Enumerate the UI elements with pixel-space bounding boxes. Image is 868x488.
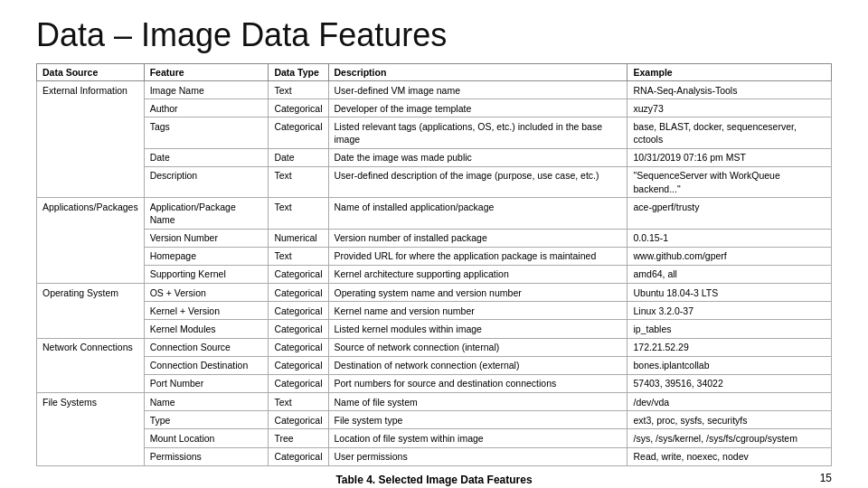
cell-datatype: Categorical	[269, 447, 328, 465]
cell-feature: Image Name	[144, 81, 269, 99]
cell-feature: Port Number	[144, 374, 269, 392]
cell-feature: Connection Source	[144, 338, 269, 356]
cell-feature: Date	[144, 148, 269, 166]
cell-datasource: Operating System	[37, 284, 145, 339]
cell-feature: Application/Package Name	[144, 198, 269, 229]
cell-datatype: Categorical	[269, 320, 328, 338]
cell-feature: Description	[144, 166, 269, 197]
cell-feature: Connection Destination	[144, 356, 269, 374]
cell-description: Location of file system within image	[328, 429, 627, 447]
table-row: Port NumberCategoricalPort numbers for s…	[37, 374, 832, 392]
cell-example: xuzy73	[627, 99, 832, 117]
table-row: Operating SystemOS + VersionCategoricalO…	[37, 284, 832, 302]
cell-datatype: Categorical	[269, 117, 328, 148]
data-table: Data Source Feature Data Type Descriptio…	[36, 63, 832, 466]
cell-description: Version number of installed package	[328, 229, 627, 247]
cell-datatype: Categorical	[269, 338, 328, 356]
cell-description: Destination of network connection (exter…	[328, 356, 627, 374]
cell-datasource: Applications/Packages	[37, 198, 145, 284]
col-header-datasource: Data Source	[37, 64, 145, 81]
cell-description: User-defined description of the image (p…	[328, 166, 627, 197]
cell-example: www.github.com/gperf	[627, 247, 832, 265]
cell-feature: Permissions	[144, 447, 269, 465]
table-header-row: Data Source Feature Data Type Descriptio…	[37, 64, 832, 81]
table-row: Supporting KernelCategoricalKernel archi…	[37, 265, 832, 283]
table-row: Kernel + VersionCategoricalKernel name a…	[37, 302, 832, 320]
cell-example: amd64, all	[627, 265, 832, 283]
cell-feature: Supporting Kernel	[144, 265, 269, 283]
page-title: Data – Image Data Features	[36, 16, 832, 54]
table-row: Connection DestinationCategoricalDestina…	[37, 356, 832, 374]
cell-description: Kernel architecture supporting applicati…	[328, 265, 627, 283]
page-number: 15	[820, 472, 832, 484]
table-row: DescriptionTextUser-defined description …	[37, 166, 832, 197]
cell-datatype: Text	[269, 166, 328, 197]
cell-description: Date the image was made public	[328, 148, 627, 166]
cell-description: User permissions	[328, 447, 627, 465]
table-row: PermissionsCategoricalUser permissionsRe…	[37, 447, 832, 465]
cell-datatype: Categorical	[269, 302, 328, 320]
cell-datatype: Text	[269, 81, 328, 99]
cell-datatype: Tree	[269, 429, 328, 447]
cell-description: Kernel name and version number	[328, 302, 627, 320]
cell-example: 0.0.15-1	[627, 229, 832, 247]
cell-datasource: File Systems	[37, 393, 145, 466]
cell-example: Ubuntu 18.04-3 LTS	[627, 284, 832, 302]
cell-example: ip_tables	[627, 320, 832, 338]
table-row: Version NumberNumericalVersion number of…	[37, 229, 832, 247]
table-row: Network ConnectionsConnection SourceCate…	[37, 338, 832, 356]
cell-description: User-defined VM image name	[328, 81, 627, 99]
cell-example: 57403, 39516, 34022	[627, 374, 832, 392]
cell-datatype: Text	[269, 198, 328, 229]
table-row: File SystemsNameTextName of file system/…	[37, 393, 832, 411]
cell-description: Developer of the image template	[328, 99, 627, 117]
table-row: Kernel ModulesCategoricalListed kernel m…	[37, 320, 832, 338]
table-row: DateDateDate the image was made public10…	[37, 148, 832, 166]
cell-description: Port numbers for source and destination …	[328, 374, 627, 392]
cell-feature: Name	[144, 393, 269, 411]
cell-description: Operating system name and version number	[328, 284, 627, 302]
cell-datatype: Numerical	[269, 229, 328, 247]
cell-example: /dev/vda	[627, 393, 832, 411]
cell-datatype: Categorical	[269, 356, 328, 374]
cell-feature: Tags	[144, 117, 269, 148]
cell-feature: Author	[144, 99, 269, 117]
cell-datasource: Network Connections	[37, 338, 145, 393]
table-row: AuthorCategoricalDeveloper of the image …	[37, 99, 832, 117]
cell-feature: Kernel Modules	[144, 320, 269, 338]
col-header-example: Example	[627, 64, 832, 81]
cell-datatype: Categorical	[269, 411, 328, 429]
cell-example: base, BLAST, docker, sequenceserver, cct…	[627, 117, 832, 148]
table-row: HomepageTextProvided URL for where the a…	[37, 247, 832, 265]
cell-feature: OS + Version	[144, 284, 269, 302]
cell-datatype: Text	[269, 393, 328, 411]
page: Data – Image Data Features Data Source F…	[0, 0, 868, 488]
cell-feature: Kernel + Version	[144, 302, 269, 320]
table-row: TypeCategoricalFile system typeext3, pro…	[37, 411, 832, 429]
cell-feature: Homepage	[144, 247, 269, 265]
cell-description: Source of network connection (internal)	[328, 338, 627, 356]
cell-description: Listed relevant tags (applications, OS, …	[328, 117, 627, 148]
cell-datatype: Categorical	[269, 265, 328, 283]
cell-feature: Version Number	[144, 229, 269, 247]
cell-example: "SequenceServer with WorkQueue backend..…	[627, 166, 832, 197]
cell-description: Name of installed application/package	[328, 198, 627, 229]
cell-example: Read, write, noexec, nodev	[627, 447, 832, 465]
table-row: TagsCategoricalListed relevant tags (app…	[37, 117, 832, 148]
cell-datasource: External Information	[37, 81, 145, 198]
cell-example: Linux 3.2.0-37	[627, 302, 832, 320]
table-row: Mount LocationTreeLocation of file syste…	[37, 429, 832, 447]
table-row: Applications/PackagesApplication/Package…	[37, 198, 832, 229]
cell-datatype: Text	[269, 247, 328, 265]
table-caption: Table 4. Selected Image Data Features	[335, 474, 532, 486]
cell-example: 172.21.52.29	[627, 338, 832, 356]
cell-example: /sys, /sys/kernel, /sys/fs/cgroup/system	[627, 429, 832, 447]
cell-example: 10/31/2019 07:16 pm MST	[627, 148, 832, 166]
col-header-datatype: Data Type	[269, 64, 328, 81]
cell-datatype: Categorical	[269, 374, 328, 392]
cell-datatype: Date	[269, 148, 328, 166]
cell-example: ace-gperf/trusty	[627, 198, 832, 229]
cell-datatype: Categorical	[269, 284, 328, 302]
cell-description: Provided URL for where the application p…	[328, 247, 627, 265]
table-row: External InformationImage NameTextUser-d…	[37, 81, 832, 99]
